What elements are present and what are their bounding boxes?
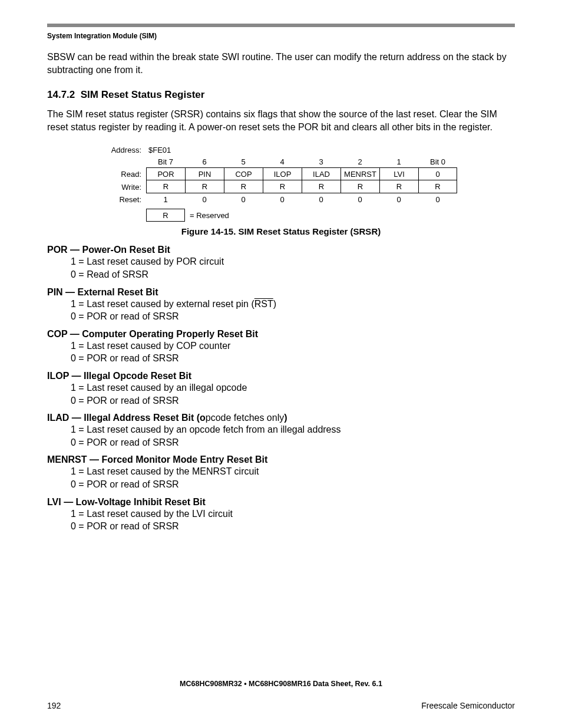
reset-cell: 0 [418, 193, 457, 205]
field-desc: 1 = Last reset caused by the MENRST circ… [71, 465, 515, 478]
read-label: Read: [106, 167, 146, 180]
field-menrst: MENRST — Forced Monitor Mode Entry Reset… [47, 454, 515, 490]
field-desc: 0 = POR or read of SRSR [71, 310, 515, 323]
field-desc: 0 = POR or read of SRSR [71, 520, 515, 533]
reset-cell: 0 [379, 193, 418, 205]
footer: MC68HC908MR32 • MC68HC908MR16 Data Sheet… [47, 680, 515, 710]
figure-caption: Figure 14-15. SIM Reset Status Register … [47, 226, 515, 236]
field-title: ILOP — Illegal Opcode Reset Bit [47, 371, 515, 381]
bit-header-row: Bit 7 6 5 4 3 2 1 Bit 0 [146, 156, 457, 167]
write-cell: R [224, 180, 263, 193]
bit-header: 1 [379, 156, 418, 167]
section-paragraph: The SIM reset status register (SRSR) con… [47, 108, 515, 133]
register-diagram: Address: $FE01 Bit 7 6 5 4 3 2 1 Bit 0 R… [106, 144, 515, 222]
field-title: MENRST — Forced Monitor Mode Entry Reset… [47, 454, 515, 465]
address-value: $FE01 [146, 144, 171, 156]
legend-symbol: R [146, 209, 185, 222]
write-cell: R [185, 180, 224, 193]
write-cell: R [302, 180, 340, 193]
reset-cell: 1 [146, 193, 185, 205]
section-title: SIM Reset Status Register [81, 89, 205, 100]
field-lvi: LVI — Low-Voltage Inhibit Reset Bit 1 = … [47, 497, 515, 533]
field-ilop: ILOP — Illegal Opcode Reset Bit 1 = Last… [47, 371, 515, 407]
read-cell: 0 [418, 167, 457, 180]
field-desc: 1 = Last reset caused by the LVI circuit [71, 508, 515, 521]
field-desc: 1 = Last reset caused by an illegal opco… [71, 381, 515, 394]
bit-header: 4 [263, 156, 302, 167]
address-label: Address: [106, 144, 146, 156]
read-cell: MENRST [340, 167, 379, 180]
intro-paragraph: SBSW can be read within the break state … [47, 51, 515, 76]
write-label: Write: [106, 180, 146, 193]
write-cell: R [418, 180, 457, 193]
field-desc: 0 = Read of SRSR [71, 268, 515, 281]
page-number: 192 [47, 701, 61, 710]
field-title: POR — Power-On Reset Bit [47, 245, 515, 255]
bit-header: 6 [185, 156, 224, 167]
bit-header: Bit 0 [418, 156, 457, 167]
section-number: 14.7.2 [47, 89, 75, 100]
write-cell: R [263, 180, 302, 193]
field-por: POR — Power-On Reset Bit 1 = Last reset … [47, 245, 515, 281]
reset-cell: 0 [302, 193, 340, 205]
read-cell: LVI [379, 167, 418, 180]
reset-cell: 0 [185, 193, 224, 205]
field-pin: PIN — External Reset Bit 1 = Last reset … [47, 287, 515, 323]
field-desc: 0 = POR or read of SRSR [71, 478, 515, 491]
field-desc: 1 = Last reset caused by COP counter [71, 340, 515, 353]
write-row: R R R R R R R R [146, 180, 457, 193]
read-cell: COP [224, 167, 263, 180]
reset-cell: 0 [340, 193, 379, 205]
read-cell: POR [146, 167, 185, 180]
section-heading: 14.7.2 SIM Reset Status Register [47, 89, 515, 101]
field-title: PIN — External Reset Bit [47, 287, 515, 298]
bit-header: Bit 7 [146, 156, 185, 167]
reset-cell: 0 [263, 193, 302, 205]
write-cell: R [379, 180, 418, 193]
bit-header: 5 [224, 156, 263, 167]
reset-cell: 0 [224, 193, 263, 205]
write-cell: R [340, 180, 379, 193]
field-title: ILAD — Illegal Address Reset Bit (opcode… [47, 413, 515, 423]
field-desc: 1 = Last reset caused by POR circuit [71, 255, 515, 268]
field-desc: 0 = POR or read of SRSR [71, 394, 515, 407]
field-desc: 1 = Last reset caused by an opcode fetch… [71, 423, 515, 436]
legend-text: = Reserved [190, 211, 229, 220]
write-cell: R [146, 180, 185, 193]
field-desc: 1 = Last reset caused by external reset … [71, 298, 515, 311]
read-cell: PIN [185, 167, 224, 180]
bit-header: 3 [302, 156, 340, 167]
top-rule [47, 24, 515, 27]
read-cell: ILOP [263, 167, 302, 180]
running-head: System Integration Module (SIM) [47, 32, 515, 40]
legend-line: R = Reserved [106, 209, 515, 222]
footer-doc-title: MC68HC908MR32 • MC68HC908MR16 Data Sheet… [47, 680, 515, 688]
footer-company: Freescale Semiconductor [421, 701, 515, 710]
field-title: COP — Computer Operating Properly Reset … [47, 329, 515, 340]
field-cop: COP — Computer Operating Properly Reset … [47, 329, 515, 365]
read-cell: ILAD [302, 167, 340, 180]
field-title: LVI — Low-Voltage Inhibit Reset Bit [47, 497, 515, 508]
read-row: POR PIN COP ILOP ILAD MENRST LVI 0 [146, 167, 457, 180]
reset-row: 1 0 0 0 0 0 0 0 [146, 193, 457, 205]
field-desc: 0 = POR or read of SRSR [71, 436, 515, 449]
field-desc: 0 = POR or read of SRSR [71, 352, 515, 365]
reset-label: Reset: [106, 193, 146, 205]
bit-header: 2 [340, 156, 379, 167]
field-ilad: ILAD — Illegal Address Reset Bit (opcode… [47, 413, 515, 449]
